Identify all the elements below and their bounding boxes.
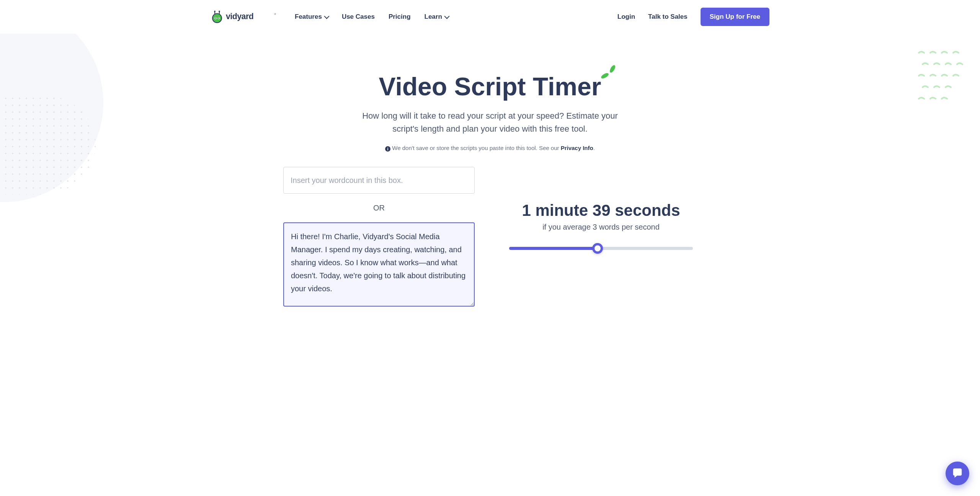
vidyard-wordmark: vidyard ® <box>226 11 279 23</box>
page-title-text: Video Script Timer <box>379 72 601 101</box>
page-subtitle: How long will it take to read your scrip… <box>352 109 628 135</box>
nav-links: Features Use Cases Pricing Learn <box>295 13 448 21</box>
result-rate: if you average 3 words per second <box>505 223 697 232</box>
page-title: Video Script Timer <box>379 72 601 101</box>
chevron-down-icon <box>444 14 449 19</box>
nav-features[interactable]: Features <box>295 13 328 21</box>
leaf-accent-icon <box>599 63 618 82</box>
privacy-suffix: . <box>593 145 595 151</box>
nav-features-label: Features <box>295 13 322 21</box>
nav-pricing-label: Pricing <box>389 13 411 21</box>
privacy-note: i We don't save or store the scripts you… <box>15 145 965 152</box>
wordcount-input[interactable] <box>283 167 475 194</box>
nav-learn-label: Learn <box>425 13 442 21</box>
nav-use-cases-label: Use Cases <box>342 13 375 21</box>
info-icon: i <box>385 146 390 152</box>
vidyard-logo-icon <box>211 10 224 23</box>
svg-text:vidyard: vidyard <box>226 12 253 21</box>
top-nav: vidyard ® Features Use Cases Pricing Lea… <box>184 0 796 34</box>
svg-text:®: ® <box>274 13 276 15</box>
svg-point-7 <box>214 11 216 12</box>
decorative-scribble <box>915 45 980 114</box>
speed-slider-wrap <box>505 245 697 251</box>
svg-point-12 <box>600 72 609 80</box>
svg-point-13 <box>609 64 617 73</box>
brand-logo[interactable]: vidyard ® <box>211 10 279 23</box>
tool-right: 1 minute 39 seconds if you average 3 wor… <box>505 167 697 251</box>
nav-use-cases[interactable]: Use Cases <box>342 13 375 21</box>
login-link[interactable]: Login <box>617 13 635 21</box>
svg-point-3 <box>215 18 216 19</box>
nav-learn[interactable]: Learn <box>425 13 448 21</box>
tool-panel: OR 1 minute 39 seconds if you average 3 … <box>260 167 720 308</box>
privacy-link[interactable]: Privacy Info <box>561 145 593 151</box>
chevron-down-icon <box>324 14 329 19</box>
svg-point-9 <box>219 11 220 12</box>
privacy-prefix: We don't save or store the scripts you p… <box>392 145 560 151</box>
signup-button[interactable]: Sign Up for Free <box>701 8 769 26</box>
speed-slider[interactable] <box>509 247 693 250</box>
nav-right: Login Talk to Sales Sign Up for Free <box>617 8 769 26</box>
tool-left: OR <box>283 167 475 308</box>
result-time: 1 minute 39 seconds <box>505 201 697 220</box>
or-divider: OR <box>283 204 475 212</box>
nav-pricing[interactable]: Pricing <box>389 13 411 21</box>
svg-point-5 <box>218 18 219 19</box>
talk-to-sales-link[interactable]: Talk to Sales <box>648 13 688 21</box>
script-textarea[interactable] <box>283 222 475 307</box>
hero: Video Script Timer How long will it take… <box>0 34 980 323</box>
